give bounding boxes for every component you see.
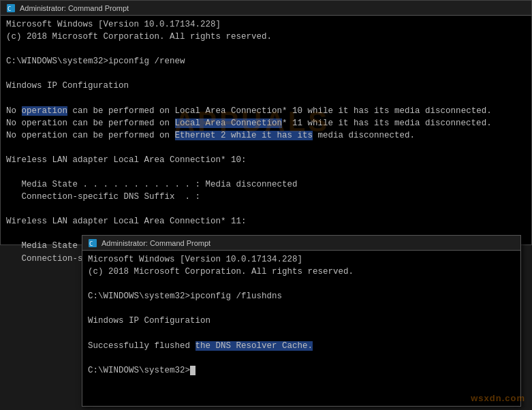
line-1-1: (c) 2018 Microsoft Corporation. All righ… bbox=[6, 31, 526, 43]
line-1-12 bbox=[6, 166, 526, 178]
cmd-titlebar-1[interactable]: C Administrator: Command Prompt bbox=[1, 1, 531, 16]
cmd-content-1: Microsoft Windows [Version 10.0.17134.22… bbox=[1, 16, 531, 268]
line-1-16: Wireless LAN adapter Local Area Connecti… bbox=[6, 215, 526, 227]
line-2-4 bbox=[88, 302, 515, 315]
line-2-0: Microsoft Windows [Version 10.0.17134.22… bbox=[88, 253, 515, 266]
line-1-10 bbox=[6, 142, 526, 154]
cmd-title-2: Administrator: Command Prompt bbox=[101, 239, 210, 247]
line-1-13: Media State . . . . . . . . . . . : Medi… bbox=[6, 178, 526, 191]
line-1-2 bbox=[6, 43, 526, 55]
line-1-15 bbox=[6, 203, 526, 215]
line-2-6 bbox=[88, 328, 515, 340]
cmd-icon-2: C bbox=[88, 238, 97, 248]
line-1-6 bbox=[6, 93, 526, 105]
line-1-9: No operation can be performed on Etherne… bbox=[6, 129, 526, 142]
cmd-content-2: Microsoft Windows [Version 10.0.17134.22… bbox=[82, 251, 520, 379]
line-2-3: C:\WINDOWS\system32>ipconfig /flushdns bbox=[88, 290, 515, 302]
line-1-5: Windows IP Configuration bbox=[6, 80, 526, 92]
site-watermark: wsxdn.com bbox=[471, 393, 525, 403]
cursor bbox=[190, 366, 195, 375]
cmd-window-2: C Administrator: Command Prompt Microsof… bbox=[82, 235, 521, 407]
line-1-0: Microsoft Windows [Version 10.0.17134.22… bbox=[6, 18, 526, 31]
line-1-4 bbox=[6, 67, 526, 80]
line-2-9: C:\WINDOWS\system32> bbox=[88, 364, 515, 377]
cmd-icon-1: C bbox=[6, 3, 16, 13]
line-2-2 bbox=[88, 278, 515, 290]
cmd-title-1: Administrator: Command Prompt bbox=[20, 4, 129, 12]
line-2-1: (c) 2018 Microsoft Corporation. All righ… bbox=[88, 266, 515, 278]
cmd-window-1: C Administrator: Command Prompt Microsof… bbox=[0, 0, 532, 245]
line-1-11: Wireless LAN adapter Local Area Connecti… bbox=[6, 154, 526, 166]
line-2-8 bbox=[88, 352, 515, 364]
line-1-7: No operation can be performed on Local A… bbox=[6, 105, 526, 117]
svg-text:C: C bbox=[7, 5, 11, 12]
svg-text:C: C bbox=[89, 240, 93, 247]
line-2-5: Windows IP Configuration bbox=[88, 315, 515, 327]
cmd-titlebar-2[interactable]: C Administrator: Command Prompt bbox=[82, 236, 520, 251]
line-1-8: No operation can be performed on Local A… bbox=[6, 117, 526, 129]
line-1-14: Connection-specific DNS Suffix . : bbox=[6, 191, 526, 203]
line-1-3: C:\WINDOWS\system32>ipconfig /renew bbox=[6, 55, 526, 67]
line-2-7: Successfully flushed the DNS Resolver Ca… bbox=[88, 340, 515, 352]
